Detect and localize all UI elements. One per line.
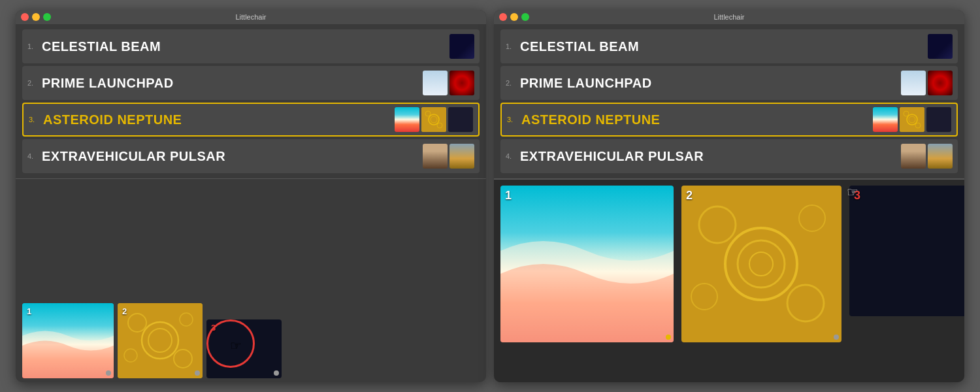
playlist-item-1-right[interactable]: 1. CELESTIAL BEAM <box>500 29 958 63</box>
playlist-item-2-left[interactable]: 2. PRIME LAUNCHPAD <box>22 66 480 100</box>
thumb-an2-r <box>900 107 924 132</box>
item-title-1-right: CELESTIAL BEAM <box>520 39 923 54</box>
slide-num-2-right: 2 <box>686 189 693 203</box>
window-title-right: Littlechair <box>713 13 744 21</box>
preview-slide-2-right[interactable]: 2 <box>681 186 841 342</box>
gold-svg-left <box>118 303 203 378</box>
item-thumbs-1-right <box>928 34 953 59</box>
minimize-button-r[interactable] <box>510 13 518 21</box>
thumb-pl2 <box>449 71 474 95</box>
window-right: Littlechair 1. CELESTIAL BEAM 2. PRIME L… <box>494 10 964 382</box>
preview-slide-3-left[interactable]: 3 <box>206 319 282 378</box>
item-thumbs-1-left <box>449 34 474 59</box>
playlist-left: 1. CELESTIAL BEAM 2. PRIME LAUNCHPAD 3. … <box>16 24 486 178</box>
thumb-ep1-r <box>901 144 926 169</box>
wave-svg-right <box>500 186 674 342</box>
close-button[interactable] <box>21 13 29 21</box>
nav-ind-2 <box>195 370 200 376</box>
thumb-an3-r <box>926 107 951 132</box>
item-thumbs-4-left <box>423 144 474 169</box>
item-title-4-left: EXTRAVEHICULAR PULSAR <box>42 149 417 164</box>
thumb-an3-l <box>448 107 473 132</box>
item-title-4-right: EXTRAVEHICULAR PULSAR <box>520 149 896 164</box>
item-number-1r: 1. <box>506 42 515 50</box>
window-controls-right <box>499 13 529 21</box>
nav-ind-1-r <box>666 335 671 340</box>
thumb-an1-r <box>873 107 898 132</box>
window-controls-left <box>21 13 51 21</box>
slide-num-1-left: 1 <box>27 306 31 316</box>
playlist-right: 1. CELESTIAL BEAM 2. PRIME LAUNCHPAD 3. … <box>494 24 964 178</box>
title-bar-left: Littlechair <box>16 10 486 24</box>
item-number-4r: 4. <box>506 152 515 160</box>
svg-rect-0 <box>421 107 446 132</box>
maximize-button-r[interactable] <box>521 13 529 21</box>
maximize-button[interactable] <box>43 13 51 21</box>
slide-num-1-right: 1 <box>505 189 512 203</box>
slide-num-3-right: 3 <box>854 189 860 203</box>
item-number-2r: 2. <box>506 79 515 87</box>
item-thumbs-2-left <box>423 71 474 95</box>
preview-slide-1-left[interactable]: 1 <box>22 303 114 378</box>
preview-slide-1-right[interactable]: 1 <box>500 186 674 342</box>
slide-num-3-left: 3 <box>211 323 216 333</box>
item-title-1-left: CELESTIAL BEAM <box>42 39 444 54</box>
item-thumbs-2-right <box>901 71 953 95</box>
thumb-ep2-r <box>928 144 953 169</box>
thumb-pl1-r <box>901 71 926 95</box>
window-left: Littlechair 1. CELESTIAL BEAM 2. PRIME L… <box>16 10 486 382</box>
thumb-cb1-r <box>928 34 953 59</box>
wave-bg-1-left <box>22 303 114 378</box>
minimize-button[interactable] <box>32 13 40 21</box>
item-number-2: 2. <box>27 79 37 87</box>
thumb-pl2-r <box>928 71 953 95</box>
item-thumbs-3-left <box>395 107 473 132</box>
nav-ind-1 <box>106 370 111 376</box>
svg-rect-13 <box>900 107 924 132</box>
item-title-2-left: PRIME LAUNCHPAD <box>42 76 417 91</box>
thumb-pl1 <box>423 71 448 95</box>
svg-rect-19 <box>681 186 841 342</box>
thumb-an1-l <box>395 107 419 132</box>
item-number-1: 1. <box>27 42 37 50</box>
item-title-3-left: ASTEROID NEPTUNE <box>43 112 389 127</box>
item-title-3-right: ASTEROID NEPTUNE <box>521 112 868 127</box>
item-thumbs-4-right <box>901 144 953 169</box>
gold-svg-right <box>681 186 841 342</box>
item-title-2-right: PRIME LAUNCHPAD <box>520 76 896 91</box>
playlist-item-3-right[interactable]: 3. ASTEROID NEPTUNE <box>500 103 958 137</box>
item-number-4: 4. <box>27 152 37 160</box>
preview-slide-2-left[interactable]: 2 <box>118 303 203 378</box>
playlist-item-1-left[interactable]: 1. CELESTIAL BEAM <box>22 29 480 63</box>
nav-ind-2-r <box>834 335 839 340</box>
slide-num-2-left: 2 <box>122 306 127 316</box>
preview-container-right: ☞ 1 <box>494 179 964 382</box>
thumb-ep2-l <box>449 144 474 169</box>
thumb-ep1-l <box>423 144 448 169</box>
playlist-item-3-left[interactable]: 3. ASTEROID NEPTUNE <box>22 103 480 137</box>
playlist-item-4-right[interactable]: 4. EXTRAVEHICULAR PULSAR <box>500 139 958 173</box>
thumb-an2-l <box>421 107 446 132</box>
item-number-3r: 3. <box>507 116 516 123</box>
nav-ind-3 <box>274 370 279 376</box>
playlist-item-2-right[interactable]: 2. PRIME LAUNCHPAD <box>500 66 958 100</box>
title-bar-right: Littlechair <box>494 10 964 24</box>
window-content-right: 1. CELESTIAL BEAM 2. PRIME LAUNCHPAD 3. … <box>494 24 964 382</box>
preview-slide-3-right[interactable]: 3 <box>849 186 964 316</box>
preview-container-left: 1 2 <box>16 179 486 382</box>
window-title-left: Littlechair <box>235 13 266 21</box>
window-content-left: 1. CELESTIAL BEAM 2. PRIME LAUNCHPAD 3. … <box>16 24 486 382</box>
slides-row-left: 1 2 <box>16 179 486 382</box>
playlist-item-4-left[interactable]: 4. EXTRAVEHICULAR PULSAR <box>22 139 480 173</box>
item-thumbs-3-right <box>873 107 951 132</box>
thumb-cb1 <box>449 34 474 59</box>
close-button-r[interactable] <box>499 13 507 21</box>
item-number-3: 3. <box>29 116 38 123</box>
